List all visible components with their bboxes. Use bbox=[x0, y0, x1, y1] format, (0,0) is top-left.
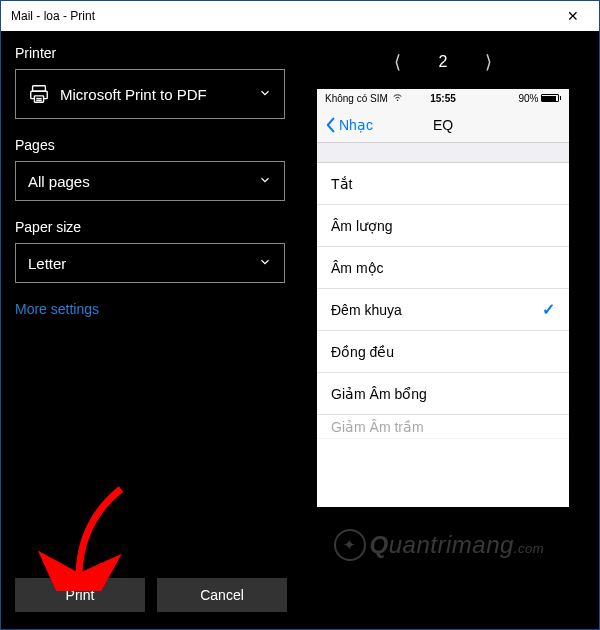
window-title: Mail - loa - Print bbox=[11, 9, 95, 23]
section-spacer bbox=[317, 143, 569, 163]
papersize-label: Paper size bbox=[15, 219, 285, 235]
dialog-content: Printer Microsoft Print to PDF Pages All… bbox=[1, 31, 599, 571]
printer-label: Printer bbox=[15, 45, 285, 61]
ios-nav-title: EQ bbox=[317, 117, 569, 133]
eq-option-label: Tắt bbox=[331, 176, 352, 192]
close-icon[interactable]: ✕ bbox=[557, 8, 589, 24]
titlebar: Mail - loa - Print ✕ bbox=[1, 1, 599, 31]
page-prev-button[interactable]: ⟨ bbox=[385, 49, 411, 75]
eq-option-row[interactable]: Giảm Âm trầm bbox=[317, 415, 569, 439]
battery-icon bbox=[541, 94, 562, 102]
print-button[interactable]: Print bbox=[15, 578, 145, 612]
eq-option-row[interactable]: Âm lượng bbox=[317, 205, 569, 247]
carrier-text: Không có SIM bbox=[325, 93, 388, 104]
eq-option-label: Âm mộc bbox=[331, 260, 384, 276]
eq-option-label: Âm lượng bbox=[331, 218, 393, 234]
pages-label: Pages bbox=[15, 137, 285, 153]
preview-panel: ⟨ 2 ⟩ Không có SIM 15:55 90% Nhạc bbox=[301, 43, 585, 559]
chevron-down-icon bbox=[258, 86, 272, 103]
eq-list: TắtÂm lượngÂm mộcĐêm khuya✓Đồng đềuGiảm … bbox=[317, 163, 569, 439]
pages-value: All pages bbox=[28, 173, 90, 190]
eq-option-row[interactable]: Âm mộc bbox=[317, 247, 569, 289]
more-settings-link[interactable]: More settings bbox=[15, 301, 285, 317]
eq-option-label: Đồng đều bbox=[331, 344, 394, 360]
eq-option-row[interactable]: Giảm Âm bổng bbox=[317, 373, 569, 415]
footer: Print Cancel bbox=[1, 571, 599, 629]
chevron-down-icon bbox=[258, 255, 272, 272]
svg-rect-0 bbox=[33, 86, 46, 92]
check-icon: ✓ bbox=[542, 300, 555, 319]
eq-option-label: Giảm Âm trầm bbox=[331, 419, 424, 435]
eq-option-row[interactable]: Tắt bbox=[317, 163, 569, 205]
eq-option-label: Đêm khuya bbox=[331, 302, 402, 318]
papersize-dropdown[interactable]: Letter bbox=[15, 243, 285, 283]
page-number: 2 bbox=[439, 53, 448, 71]
papersize-value: Letter bbox=[28, 255, 66, 272]
page-next-button[interactable]: ⟩ bbox=[475, 49, 501, 75]
cancel-button[interactable]: Cancel bbox=[157, 578, 287, 612]
ios-nav-bar: Nhạc EQ bbox=[317, 107, 569, 143]
pager: ⟨ 2 ⟩ bbox=[385, 49, 502, 75]
ios-status-bar: Không có SIM 15:55 90% bbox=[317, 89, 569, 107]
print-preview: Không có SIM 15:55 90% Nhạc EQ TắtÂm lượ… bbox=[317, 89, 569, 507]
printer-value: Microsoft Print to PDF bbox=[60, 86, 207, 103]
eq-option-row[interactable]: Đồng đều bbox=[317, 331, 569, 373]
pages-dropdown[interactable]: All pages bbox=[15, 161, 285, 201]
chevron-down-icon bbox=[258, 173, 272, 190]
wifi-icon bbox=[392, 93, 403, 104]
battery-text: 90% bbox=[518, 93, 538, 104]
eq-option-label: Giảm Âm bổng bbox=[331, 386, 427, 402]
printer-dropdown[interactable]: Microsoft Print to PDF bbox=[15, 69, 285, 119]
eq-option-row[interactable]: Đêm khuya✓ bbox=[317, 289, 569, 331]
printer-icon bbox=[28, 83, 50, 105]
settings-panel: Printer Microsoft Print to PDF Pages All… bbox=[15, 43, 285, 559]
